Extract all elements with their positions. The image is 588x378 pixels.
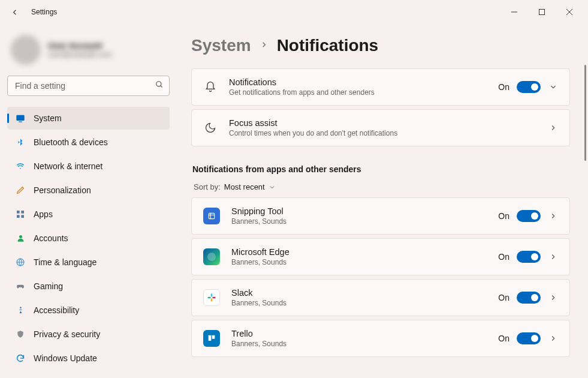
toggle-state-label: On: [498, 211, 509, 221]
app-row[interactable]: Microsoft EdgeBanners, SoundsOn: [191, 238, 570, 275]
sidebar-item-gaming[interactable]: Gaming: [7, 275, 170, 298]
window-controls: [500, 2, 583, 22]
close-icon: [566, 9, 572, 15]
card-title: Focus assist: [229, 118, 537, 128]
sidebar-item-label: Bluetooth & devices: [34, 137, 108, 147]
app-name: Trello: [231, 329, 487, 338]
app-subtitle: Banners, Sounds: [231, 340, 487, 348]
moon-icon: [203, 122, 218, 134]
app-row[interactable]: SlackBanners, SoundsOn: [191, 279, 570, 316]
user-block[interactable]: User Account user@example.com: [7, 31, 170, 73]
chevron-down-icon[interactable]: [548, 83, 559, 91]
svg-rect-19: [212, 297, 215, 299]
svg-rect-1: [539, 10, 545, 15]
brush-icon: [16, 185, 25, 195]
globe-icon: [16, 257, 25, 267]
sidebar-item-bluetooth-devices[interactable]: Bluetooth & devices: [7, 131, 170, 154]
maximize-button[interactable]: [528, 2, 556, 22]
sidebar-item-time-language[interactable]: Time & language: [7, 251, 170, 274]
sidebar-item-label: Apps: [34, 209, 53, 219]
app-toggle[interactable]: [517, 332, 541, 344]
breadcrumb: System Notifications: [191, 36, 570, 55]
svg-rect-16: [211, 293, 213, 296]
close-button[interactable]: [556, 2, 583, 22]
search-input[interactable]: [7, 76, 170, 96]
sort-value: Most recent: [224, 182, 265, 191]
sidebar-item-label: System: [34, 113, 62, 123]
access-icon: [16, 305, 25, 315]
scrollbar-thumb[interactable]: [584, 65, 586, 161]
update-icon: [16, 353, 25, 363]
avatar: [11, 35, 41, 65]
sidebar-item-accounts[interactable]: Accounts: [7, 227, 170, 250]
chevron-right-icon[interactable]: [548, 293, 559, 302]
app-toggle[interactable]: [517, 251, 541, 263]
sidebar-item-personalization[interactable]: Personalization: [7, 179, 170, 202]
breadcrumb-current: Notifications: [277, 36, 379, 55]
sidebar-item-label: Privacy & security: [34, 329, 100, 339]
sidebar-item-label: Personalization: [34, 185, 91, 195]
breadcrumb-parent[interactable]: System: [191, 36, 251, 55]
sidebar-item-windows-update[interactable]: Windows Update: [7, 347, 170, 370]
sidebar-item-label: Accounts: [34, 233, 68, 243]
maximize-icon: [539, 9, 545, 15]
svg-point-12: [19, 235, 22, 238]
chevron-right-icon[interactable]: [548, 253, 559, 261]
bell-icon: [203, 81, 218, 93]
sidebar-item-network-internet[interactable]: Network & internet: [7, 155, 170, 178]
sidebar: User Account user@example.com SystemBlue…: [0, 24, 177, 378]
chevron-right-icon[interactable]: [548, 124, 559, 132]
sidebar-item-system[interactable]: System: [7, 107, 170, 130]
minimize-button[interactable]: [500, 2, 528, 22]
sort-row: Sort by: Most recent: [194, 182, 570, 191]
section-header: Notifications from apps and other sender…: [192, 164, 570, 174]
toggle-state-label: On: [498, 293, 509, 302]
app-name: Snipping Tool: [231, 206, 487, 216]
chevron-right-icon[interactable]: [548, 212, 559, 220]
chevron-right-icon[interactable]: [548, 334, 559, 343]
svg-rect-9: [21, 211, 24, 214]
user-name: User Account: [48, 41, 112, 50]
svg-rect-15: [209, 213, 214, 218]
svg-rect-20: [209, 335, 212, 341]
arrow-left-icon: [10, 8, 19, 17]
sidebar-item-accessibility[interactable]: Accessibility: [7, 299, 170, 322]
toggle-state-label: On: [498, 252, 509, 262]
app-icon: [203, 248, 221, 266]
bluetooth-icon: [16, 137, 25, 147]
sidebar-item-label: Accessibility: [34, 305, 79, 315]
app-row[interactable]: TrelloBanners, SoundsOn: [191, 320, 570, 357]
app-icon: [203, 207, 221, 225]
svg-point-14: [20, 307, 22, 308]
sidebar-item-privacy-security[interactable]: Privacy & security: [7, 323, 170, 346]
focus-assist-card[interactable]: Focus assist Control times when you do a…: [191, 109, 570, 146]
sort-dropdown[interactable]: Most recent: [224, 182, 276, 191]
toggle-state-label: On: [498, 334, 509, 343]
sidebar-item-label: Network & internet: [34, 161, 102, 171]
nav-list: SystemBluetooth & devicesNetwork & inter…: [7, 107, 170, 370]
chevron-down-icon: [269, 184, 276, 191]
toggle-state-label: On: [498, 82, 509, 92]
svg-rect-6: [16, 115, 24, 121]
app-subtitle: Banners, Sounds: [231, 299, 487, 307]
svg-rect-18: [211, 298, 213, 301]
app-name: Slack: [231, 288, 487, 298]
sidebar-item-label: Time & language: [34, 257, 97, 267]
app-subtitle: Banners, Sounds: [231, 258, 487, 266]
wifi-icon: [16, 161, 25, 171]
svg-rect-7: [19, 121, 22, 122]
app-toggle[interactable]: [517, 292, 541, 304]
sidebar-item-label: Windows Update: [34, 353, 97, 363]
notifications-card[interactable]: Notifications Get notifications from app…: [191, 68, 570, 106]
minimize-icon: [511, 9, 517, 15]
shield-icon: [16, 329, 25, 339]
sidebar-item-apps[interactable]: Apps: [7, 203, 170, 226]
app-subtitle: Banners, Sounds: [231, 217, 487, 226]
apps-list: Snipping ToolBanners, SoundsOnMicrosoft …: [191, 197, 570, 357]
app-toggle[interactable]: [517, 210, 541, 222]
sidebar-item-label: Gaming: [34, 281, 63, 291]
card-subtitle: Get notifications from apps and other se…: [229, 88, 487, 97]
notifications-toggle[interactable]: [517, 81, 541, 93]
app-row[interactable]: Snipping ToolBanners, SoundsOn: [191, 197, 570, 235]
back-button[interactable]: [5, 2, 24, 22]
